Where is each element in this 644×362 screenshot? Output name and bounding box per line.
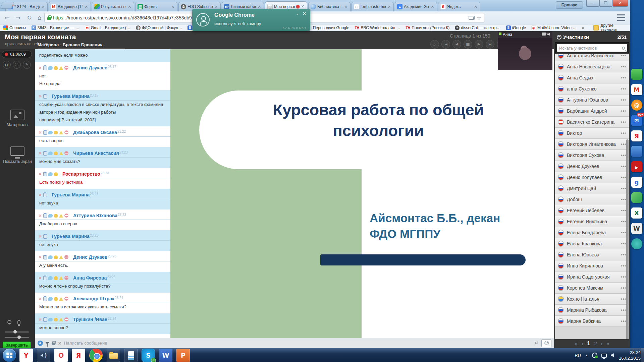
sync-tray-icon[interactable]	[592, 353, 597, 358]
sender-name[interactable]: Чирьева Анастасия	[73, 150, 119, 156]
participant-row[interactable]: Евгения Инюткина •••	[555, 216, 629, 227]
bookmark-item[interactable]: Gmail - Входящие (…	[85, 25, 130, 30]
delete-icon[interactable]	[38, 192, 42, 198]
quote-icon[interactable]	[43, 193, 47, 197]
message-icon[interactable]	[48, 318, 53, 321]
participant-menu-icon[interactable]: •••	[621, 308, 626, 312]
tray-expand-icon[interactable]: ▲	[585, 354, 588, 357]
slider-knob[interactable]	[17, 336, 21, 339]
material-tab[interactable]: Материал - Бронюс Броневич	[38, 42, 125, 49]
quote-icon[interactable]	[43, 317, 47, 322]
settings-icon[interactable]	[38, 341, 43, 346]
sender-name[interactable]: Гурьева Марина	[52, 94, 90, 99]
ban-icon[interactable]	[64, 151, 68, 155]
gmail-icon[interactable]	[631, 84, 642, 95]
chat-panel[interactable]: поделитесь если можно Денис Дзукаев23:17…	[35, 49, 170, 338]
tab-close-icon[interactable]: ✕	[430, 5, 435, 9]
start-button[interactable]	[3, 349, 16, 362]
browser-tab[interactable]: Входящие (128) - ✕	[49, 2, 91, 11]
home-button[interactable]: ⌂	[35, 13, 44, 22]
bell-icon[interactable]	[54, 152, 58, 155]
participant-row[interactable]: Марина Рыбакова •••	[555, 305, 629, 316]
participant-row[interactable]: Анна Новосельцева •••	[555, 61, 629, 72]
explorer-folder-icon[interactable]	[107, 349, 120, 362]
participant-menu-icon[interactable]: •••	[621, 252, 626, 257]
camera-permission-icon[interactable]	[469, 16, 475, 20]
pause-button[interactable]	[3, 61, 11, 69]
ban-icon[interactable]	[64, 317, 68, 321]
tab-close-icon[interactable]: ✕	[387, 5, 391, 9]
opera-icon[interactable]	[54, 349, 68, 362]
quote-icon[interactable]	[43, 151, 47, 156]
bookmark-star-icon[interactable]: ☆	[477, 15, 481, 21]
sender-name[interactable]: Денис Дзукаев	[73, 65, 108, 70]
browser-tab[interactable]: Академия Google ✕	[395, 2, 437, 11]
pagination-item[interactable]: «	[575, 341, 578, 346]
participant-row[interactable]: анна Сухенко •••	[555, 83, 629, 95]
chrome-menu-icon[interactable]	[617, 14, 625, 21]
restore-button[interactable]: ❐	[599, 0, 612, 7]
participant-row[interactable]: Виктория Сухова •••	[555, 150, 629, 161]
delete-icon[interactable]	[38, 93, 42, 99]
participant-row[interactable]: Елена Юрьева •••	[555, 249, 629, 260]
bell-icon[interactable]	[54, 66, 58, 70]
bookmark-item[interactable]: MailVU.com: Video …	[531, 25, 577, 30]
bell-icon[interactable]	[54, 318, 58, 321]
skype-icon[interactable]: 3	[142, 349, 155, 362]
delete-icon[interactable]	[38, 233, 42, 239]
warn-icon[interactable]	[59, 297, 63, 301]
quote-icon[interactable]	[43, 297, 47, 301]
tab-close-icon[interactable]: ✕	[214, 5, 218, 9]
word-icon[interactable]	[159, 349, 172, 362]
delete-icon[interactable]	[38, 254, 42, 260]
participant-row[interactable]: Мария Бабкина •••	[555, 316, 629, 327]
participant-row[interactable]: Елена Квачкова •••	[555, 238, 629, 249]
participant-menu-icon[interactable]: •••	[621, 263, 626, 268]
participant-menu-icon[interactable]: •••	[621, 153, 626, 158]
bell-icon[interactable]	[54, 172, 58, 176]
close-button[interactable]: ✕	[612, 0, 628, 7]
profile-button[interactable]: Бронюс	[556, 1, 583, 9]
webcam-toggle-icon[interactable]	[7, 320, 11, 324]
forward-button[interactable]: →	[13, 13, 22, 22]
tab-close-icon[interactable]: ✕	[344, 5, 348, 9]
chrome-icon[interactable]	[89, 349, 103, 362]
sender-name[interactable]: Аттурина Юханова	[73, 213, 117, 218]
evernote-icon[interactable]	[631, 192, 642, 203]
bell-icon[interactable]	[54, 297, 58, 301]
speaker-icon[interactable]	[547, 33, 551, 36]
tab-close-icon[interactable]: ✕	[474, 5, 478, 9]
clear-icon[interactable]	[58, 340, 62, 346]
network-tray-icon[interactable]	[601, 354, 607, 358]
browser-tab[interactable]: Формы ✕	[135, 2, 177, 11]
volume-slider-1[interactable]	[5, 331, 29, 333]
participant-menu-icon[interactable]: •••	[621, 286, 626, 290]
share-screen-button[interactable]: Показать экран	[0, 146, 35, 164]
bookmark-item[interactable]: Переводчик Google	[313, 25, 350, 30]
camera-icon[interactable]	[542, 33, 546, 36]
message-icon[interactable]	[48, 276, 53, 280]
bookmark-item[interactable]: Полиглот (Россия К)	[406, 25, 449, 30]
participant-menu-icon[interactable]: •••	[621, 75, 626, 80]
sender-name[interactable]: Александр Штрак	[73, 296, 114, 301]
back-button[interactable]: ←	[3, 13, 12, 22]
participant-row[interactable]: Барбашин Андрей •••	[555, 106, 629, 117]
quote-icon[interactable]	[43, 172, 47, 176]
participant-row[interactable]: Ирина Садогурская •••	[555, 272, 629, 283]
participant-row[interactable]: Дмитрий Цай •••	[555, 183, 629, 194]
tab-close-icon[interactable]: ✕	[84, 5, 89, 9]
close-icon[interactable]: ✕	[303, 11, 306, 16]
chrome-camera-notification[interactable]: Google Chrome использует веб-камеру ⌄ ✕ …	[192, 9, 310, 31]
yandex-icon[interactable]	[631, 130, 642, 141]
delete-icon[interactable]	[38, 65, 42, 71]
participant-menu-icon[interactable]: •••	[621, 109, 626, 113]
participant-row[interactable]: Кохно Наталья •••	[555, 294, 629, 305]
participant-menu-icon[interactable]: •••	[621, 219, 626, 224]
warn-icon[interactable]	[59, 276, 63, 280]
ban-icon[interactable]	[64, 130, 68, 134]
bookmark-item[interactable]: ФДО новый | Факул…	[136, 25, 182, 30]
participant-row[interactable]: Елена Бондарева •••	[555, 227, 629, 238]
ban-icon[interactable]	[64, 276, 68, 280]
quote-icon[interactable]	[43, 94, 47, 99]
slide-control-button[interactable]	[464, 40, 472, 49]
